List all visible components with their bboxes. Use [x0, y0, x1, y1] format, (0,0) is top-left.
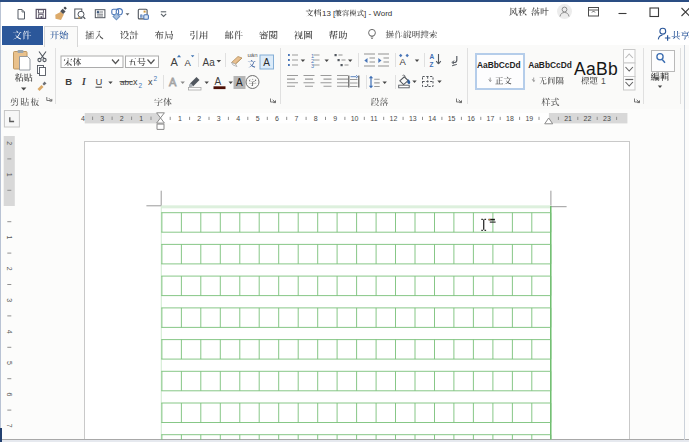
- svg-text:AaBbCcDd: AaBbCcDd: [477, 60, 521, 70]
- svg-text:4: 4: [6, 330, 13, 334]
- svg-text:6: 6: [6, 392, 13, 396]
- svg-text:7: 7: [6, 424, 13, 428]
- svg-text:8: 8: [314, 115, 318, 122]
- svg-text:17: 17: [487, 115, 495, 122]
- svg-text:13: 13: [409, 115, 417, 122]
- svg-text:13 [: 13 [: [322, 9, 336, 18]
- svg-text:2: 2: [6, 267, 13, 271]
- svg-text:2: 2: [6, 141, 13, 145]
- svg-text:9: 9: [333, 115, 337, 122]
- svg-text:Aa: Aa: [203, 57, 216, 68]
- svg-text:4: 4: [236, 115, 240, 122]
- svg-text:uán: uán: [248, 52, 258, 58]
- svg-text:4: 4: [81, 115, 85, 122]
- svg-text:1: 1: [178, 115, 182, 122]
- svg-text:15: 15: [448, 115, 456, 122]
- svg-text:A: A: [430, 53, 435, 60]
- svg-text:I: I: [81, 77, 86, 87]
- svg-text:23: 23: [603, 115, 611, 122]
- svg-text:B: B: [65, 76, 72, 87]
- svg-text:] - Word: ] - Word: [364, 9, 392, 18]
- svg-text:AaBbCcDd: AaBbCcDd: [528, 60, 572, 70]
- svg-text:10: 10: [351, 115, 359, 122]
- svg-text:1: 1: [601, 76, 606, 86]
- svg-text:2: 2: [139, 82, 143, 89]
- svg-text:1: 1: [6, 173, 13, 177]
- svg-text:12: 12: [390, 115, 398, 122]
- svg-text:7: 7: [294, 115, 298, 122]
- svg-text:1: 1: [139, 115, 143, 122]
- svg-text:2: 2: [120, 115, 124, 122]
- svg-text:18: 18: [506, 115, 514, 122]
- svg-text:11: 11: [370, 115, 377, 122]
- svg-text:6: 6: [275, 115, 279, 122]
- svg-text:x: x: [148, 77, 153, 87]
- svg-text:5: 5: [6, 361, 13, 365]
- svg-text:A: A: [215, 76, 222, 87]
- svg-text:19: 19: [525, 115, 533, 122]
- svg-text:2: 2: [154, 75, 158, 82]
- svg-text:21: 21: [564, 115, 572, 122]
- svg-text:Z: Z: [430, 61, 434, 68]
- svg-text:22: 22: [584, 115, 592, 122]
- svg-text:AaBb: AaBb: [574, 59, 618, 79]
- svg-text:U: U: [96, 76, 103, 87]
- svg-text:A: A: [185, 57, 192, 68]
- svg-text:A: A: [400, 56, 407, 67]
- svg-text:1: 1: [6, 235, 13, 239]
- svg-text:5: 5: [256, 115, 260, 122]
- svg-text:3: 3: [217, 115, 221, 122]
- svg-text:2: 2: [197, 115, 201, 122]
- svg-text:A: A: [263, 57, 270, 68]
- svg-text:A: A: [169, 76, 177, 88]
- svg-text:3: 3: [6, 298, 13, 302]
- svg-text:16: 16: [467, 115, 475, 122]
- svg-text:A: A: [171, 56, 179, 68]
- svg-text:3: 3: [100, 115, 104, 122]
- svg-text:A: A: [236, 77, 243, 88]
- svg-text:14: 14: [428, 115, 436, 122]
- svg-text:x: x: [133, 77, 138, 87]
